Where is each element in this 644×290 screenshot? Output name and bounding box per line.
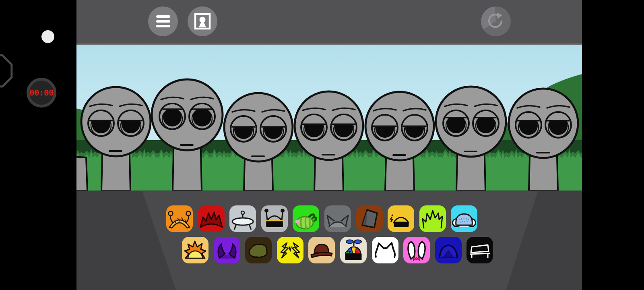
overlay-octagon-icon[interactable] bbox=[0, 52, 14, 91]
orange-antennae-icon bbox=[166, 205, 193, 232]
game-area bbox=[76, 0, 582, 290]
sound-icon-silver-saucer[interactable] bbox=[229, 205, 256, 232]
sound-icon-propeller-cap[interactable] bbox=[340, 237, 367, 263]
sound-icon-green-melon[interactable] bbox=[293, 205, 319, 232]
sound-icon-lime-spikes[interactable] bbox=[419, 205, 446, 232]
sound-icon-white-cat-ears[interactable] bbox=[372, 237, 398, 263]
sound-row-2 bbox=[182, 237, 493, 263]
sound-icon-purple-horns[interactable] bbox=[214, 237, 240, 263]
screen: 00:00 bbox=[0, 0, 644, 290]
dim-cat-ears-icon bbox=[324, 205, 351, 232]
black-bench-icon bbox=[466, 237, 493, 263]
sound-icon-cyan-cloud[interactable] bbox=[451, 205, 477, 232]
silver-saucer-icon bbox=[229, 205, 256, 232]
sound-icon-dim-cat-ears[interactable] bbox=[324, 205, 351, 232]
hamburger-icon bbox=[156, 15, 170, 27]
propeller-cap-icon bbox=[340, 237, 367, 263]
stage bbox=[76, 45, 582, 191]
reset-button[interactable] bbox=[481, 6, 511, 36]
sound-icon-gold-visor[interactable] bbox=[388, 205, 414, 232]
gold-visor-icon bbox=[388, 205, 414, 232]
yellow-lightning-icon bbox=[277, 237, 303, 263]
sound-icon-red-spikes[interactable] bbox=[198, 205, 225, 232]
sound-icon-olive-blob[interactable] bbox=[245, 237, 272, 263]
top-toolbar bbox=[76, 0, 582, 45]
sound-icon-orange-antennae[interactable] bbox=[166, 205, 193, 232]
cyan-cloud-icon bbox=[451, 205, 477, 232]
blue-hood-icon bbox=[435, 237, 462, 263]
sound-icon-black-bench[interactable] bbox=[466, 237, 493, 263]
bunny-ears-icon bbox=[403, 237, 430, 263]
olive-blob-icon bbox=[245, 237, 272, 263]
screen-recorder-timer[interactable]: 00:00 bbox=[27, 78, 56, 108]
recorder-time-text: 00:00 bbox=[29, 88, 54, 97]
sound-icon-gray-visor-antennae[interactable] bbox=[261, 205, 288, 232]
red-spikes-icon bbox=[198, 205, 225, 232]
sound-icon-bunny-ears[interactable] bbox=[403, 237, 430, 263]
sun-icon bbox=[182, 237, 208, 263]
menu-button[interactable] bbox=[148, 6, 178, 36]
brown-fez-icon bbox=[356, 205, 383, 232]
reset-circular-arrow-icon bbox=[487, 12, 505, 31]
sound-icon-yellow-lightning[interactable] bbox=[277, 237, 303, 263]
lime-spikes-icon bbox=[419, 205, 446, 232]
portrait-keyhole-icon bbox=[193, 12, 212, 31]
gray-visor-antennae-icon bbox=[261, 205, 288, 232]
sound-icon-sun[interactable] bbox=[182, 237, 208, 263]
green-melon-icon bbox=[293, 205, 319, 232]
camera-punch-hole bbox=[41, 30, 54, 43]
sound-icon-blue-hood[interactable] bbox=[435, 237, 462, 263]
purple-horns-icon bbox=[214, 237, 240, 263]
sound-icon-fedora[interactable] bbox=[308, 237, 335, 263]
portrait-button[interactable] bbox=[188, 6, 217, 36]
fedora-icon bbox=[308, 237, 335, 263]
sound-row-1 bbox=[166, 205, 477, 232]
white-cat-ears-icon bbox=[372, 237, 398, 263]
sound-icon-brown-fez[interactable] bbox=[356, 205, 383, 232]
character-0-partial-neck[interactable] bbox=[76, 157, 87, 191]
